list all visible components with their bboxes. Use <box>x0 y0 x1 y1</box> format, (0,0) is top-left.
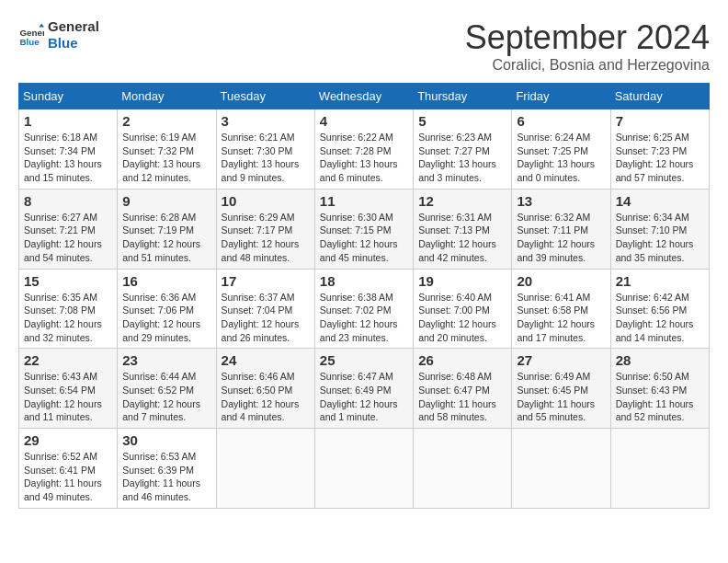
header-wednesday: Wednesday <box>314 84 413 109</box>
calendar-cell: 20Sunrise: 6:41 AMSunset: 6:58 PMDayligh… <box>512 269 610 349</box>
calendar-cell: 1Sunrise: 6:18 AMSunset: 7:34 PMDaylight… <box>19 109 118 190</box>
day-info: Sunrise: 6:53 AMSunset: 6:39 PMDaylight:… <box>122 450 210 504</box>
day-number: 15 <box>24 273 112 289</box>
calendar-week-row: 29Sunrise: 6:52 AMSunset: 6:41 PMDayligh… <box>19 429 710 509</box>
calendar: SundayMondayTuesdayWednesdayThursdayFrid… <box>18 83 710 509</box>
calendar-cell: 30Sunrise: 6:53 AMSunset: 6:39 PMDayligh… <box>118 429 216 509</box>
day-number: 3 <box>222 113 310 129</box>
day-info: Sunrise: 6:24 AMSunset: 7:25 PMDaylight:… <box>517 131 605 185</box>
day-number: 5 <box>418 113 506 129</box>
calendar-cell: 5Sunrise: 6:23 AMSunset: 7:27 PMDaylight… <box>414 109 512 190</box>
day-number: 12 <box>418 193 506 209</box>
logo-icon: General Blue <box>18 22 44 48</box>
title-section: September 2024 Coralici, Bosnia and Herz… <box>465 18 710 74</box>
calendar-cell: 3Sunrise: 6:21 AMSunset: 7:30 PMDaylight… <box>216 109 314 190</box>
logo-line2: Blue <box>48 35 99 52</box>
day-info: Sunrise: 6:27 AMSunset: 7:21 PMDaylight:… <box>24 211 112 265</box>
day-info: Sunrise: 6:31 AMSunset: 7:13 PMDaylight:… <box>418 211 506 265</box>
day-info: Sunrise: 6:37 AMSunset: 7:04 PMDaylight:… <box>222 291 310 345</box>
calendar-cell: 27Sunrise: 6:49 AMSunset: 6:45 PMDayligh… <box>512 349 610 429</box>
day-info: Sunrise: 6:29 AMSunset: 7:17 PMDaylight:… <box>222 211 310 265</box>
day-info: Sunrise: 6:49 AMSunset: 6:45 PMDaylight:… <box>517 370 605 424</box>
day-number: 20 <box>517 273 605 289</box>
day-number: 25 <box>320 352 408 368</box>
calendar-week-row: 22Sunrise: 6:43 AMSunset: 6:54 PMDayligh… <box>19 349 710 429</box>
day-number: 29 <box>24 432 112 448</box>
calendar-cell: 8Sunrise: 6:27 AMSunset: 7:21 PMDaylight… <box>19 189 118 269</box>
page-header: General Blue General Blue September 2024… <box>18 18 710 74</box>
day-number: 30 <box>122 432 210 448</box>
day-info: Sunrise: 6:48 AMSunset: 6:47 PMDaylight:… <box>418 370 506 424</box>
calendar-cell <box>216 429 314 509</box>
day-info: Sunrise: 6:50 AMSunset: 6:43 PMDaylight:… <box>616 370 704 424</box>
calendar-cell: 16Sunrise: 6:36 AMSunset: 7:06 PMDayligh… <box>118 269 216 349</box>
day-number: 8 <box>24 193 112 209</box>
day-number: 21 <box>616 273 704 289</box>
day-number: 16 <box>122 273 210 289</box>
calendar-cell: 24Sunrise: 6:46 AMSunset: 6:50 PMDayligh… <box>216 349 314 429</box>
calendar-week-row: 8Sunrise: 6:27 AMSunset: 7:21 PMDaylight… <box>19 189 710 269</box>
calendar-cell: 28Sunrise: 6:50 AMSunset: 6:43 PMDayligh… <box>610 349 709 429</box>
header-monday: Monday <box>118 84 216 109</box>
calendar-cell: 29Sunrise: 6:52 AMSunset: 6:41 PMDayligh… <box>19 429 118 509</box>
calendar-cell: 14Sunrise: 6:34 AMSunset: 7:10 PMDayligh… <box>610 189 709 269</box>
day-info: Sunrise: 6:42 AMSunset: 6:56 PMDaylight:… <box>616 291 704 345</box>
logo-line1: General <box>48 18 99 35</box>
day-info: Sunrise: 6:28 AMSunset: 7:19 PMDaylight:… <box>122 211 210 265</box>
calendar-cell: 9Sunrise: 6:28 AMSunset: 7:19 PMDaylight… <box>118 189 216 269</box>
day-info: Sunrise: 6:43 AMSunset: 6:54 PMDaylight:… <box>24 370 112 424</box>
day-info: Sunrise: 6:46 AMSunset: 6:50 PMDaylight:… <box>222 370 310 424</box>
svg-text:Blue: Blue <box>19 37 40 47</box>
calendar-cell: 17Sunrise: 6:37 AMSunset: 7:04 PMDayligh… <box>216 269 314 349</box>
day-info: Sunrise: 6:30 AMSunset: 7:15 PMDaylight:… <box>320 211 408 265</box>
day-number: 24 <box>222 352 310 368</box>
header-thursday: Thursday <box>414 84 512 109</box>
day-info: Sunrise: 6:40 AMSunset: 7:00 PMDaylight:… <box>418 291 506 345</box>
calendar-cell: 21Sunrise: 6:42 AMSunset: 6:56 PMDayligh… <box>610 269 709 349</box>
day-info: Sunrise: 6:18 AMSunset: 7:34 PMDaylight:… <box>24 131 112 185</box>
day-info: Sunrise: 6:21 AMSunset: 7:30 PMDaylight:… <box>222 131 310 185</box>
calendar-cell <box>610 429 709 509</box>
day-number: 27 <box>517 352 605 368</box>
day-info: Sunrise: 6:52 AMSunset: 6:41 PMDaylight:… <box>24 450 112 504</box>
day-number: 26 <box>418 352 506 368</box>
day-info: Sunrise: 6:23 AMSunset: 7:27 PMDaylight:… <box>418 131 506 185</box>
calendar-week-row: 15Sunrise: 6:35 AMSunset: 7:08 PMDayligh… <box>19 269 710 349</box>
calendar-cell: 4Sunrise: 6:22 AMSunset: 7:28 PMDaylight… <box>314 109 413 190</box>
calendar-cell: 12Sunrise: 6:31 AMSunset: 7:13 PMDayligh… <box>414 189 512 269</box>
day-number: 6 <box>517 113 605 129</box>
header-sunday: Sunday <box>19 84 118 109</box>
calendar-cell: 22Sunrise: 6:43 AMSunset: 6:54 PMDayligh… <box>19 349 118 429</box>
day-number: 22 <box>24 352 112 368</box>
day-info: Sunrise: 6:25 AMSunset: 7:23 PMDaylight:… <box>616 131 704 185</box>
day-info: Sunrise: 6:32 AMSunset: 7:11 PMDaylight:… <box>517 211 605 265</box>
calendar-cell: 18Sunrise: 6:38 AMSunset: 7:02 PMDayligh… <box>314 269 413 349</box>
calendar-cell: 23Sunrise: 6:44 AMSunset: 6:52 PMDayligh… <box>118 349 216 429</box>
calendar-cell: 15Sunrise: 6:35 AMSunset: 7:08 PMDayligh… <box>19 269 118 349</box>
calendar-cell: 10Sunrise: 6:29 AMSunset: 7:17 PMDayligh… <box>216 189 314 269</box>
day-info: Sunrise: 6:36 AMSunset: 7:06 PMDaylight:… <box>122 291 210 345</box>
day-number: 9 <box>122 193 210 209</box>
header-friday: Friday <box>512 84 610 109</box>
day-number: 14 <box>616 193 704 209</box>
day-number: 4 <box>320 113 408 129</box>
day-number: 11 <box>320 193 408 209</box>
day-info: Sunrise: 6:44 AMSunset: 6:52 PMDaylight:… <box>122 370 210 424</box>
day-number: 19 <box>418 273 506 289</box>
calendar-cell: 13Sunrise: 6:32 AMSunset: 7:11 PMDayligh… <box>512 189 610 269</box>
day-info: Sunrise: 6:34 AMSunset: 7:10 PMDaylight:… <box>616 211 704 265</box>
day-number: 7 <box>616 113 704 129</box>
calendar-cell: 26Sunrise: 6:48 AMSunset: 6:47 PMDayligh… <box>414 349 512 429</box>
day-number: 28 <box>616 352 704 368</box>
calendar-cell: 25Sunrise: 6:47 AMSunset: 6:49 PMDayligh… <box>314 349 413 429</box>
day-info: Sunrise: 6:35 AMSunset: 7:08 PMDaylight:… <box>24 291 112 345</box>
header-saturday: Saturday <box>610 84 709 109</box>
calendar-cell: 11Sunrise: 6:30 AMSunset: 7:15 PMDayligh… <box>314 189 413 269</box>
day-info: Sunrise: 6:47 AMSunset: 6:49 PMDaylight:… <box>320 370 408 424</box>
day-number: 1 <box>24 113 112 129</box>
calendar-cell: 7Sunrise: 6:25 AMSunset: 7:23 PMDaylight… <box>610 109 709 190</box>
calendar-cell <box>414 429 512 509</box>
svg-marker-2 <box>39 23 44 27</box>
day-number: 23 <box>122 352 210 368</box>
header-tuesday: Tuesday <box>216 84 314 109</box>
